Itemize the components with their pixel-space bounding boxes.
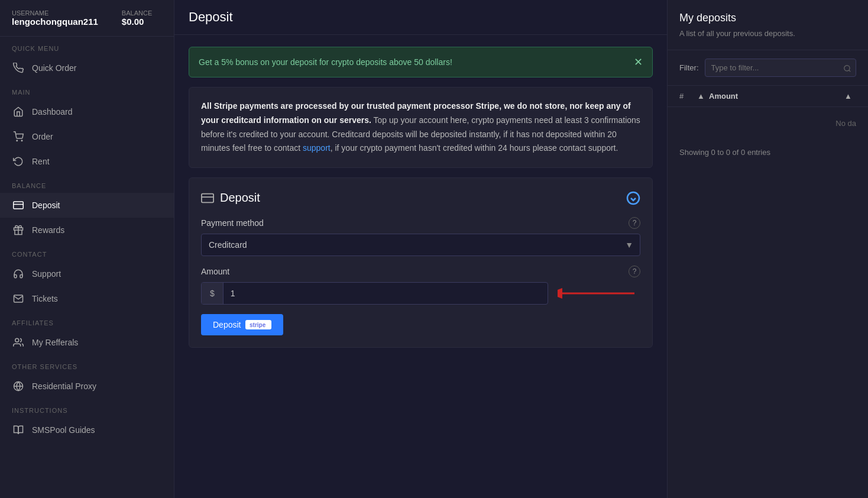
sidebar-item-label-referrals: My Refferals bbox=[32, 338, 78, 347]
headset-icon bbox=[12, 267, 25, 280]
no-data-text: No da bbox=[668, 107, 868, 140]
deposit-button[interactable]: Deposit stripe bbox=[201, 314, 283, 335]
home-icon bbox=[12, 105, 25, 118]
sidebar-item-deposit[interactable]: Deposit bbox=[0, 193, 174, 218]
right-panel: My deposits A list of all your previous … bbox=[667, 0, 868, 498]
deposit-section-title: Deposit bbox=[220, 191, 260, 205]
main-content: Deposit Get a 5% bonus on your deposit f… bbox=[174, 0, 667, 498]
sidebar: Username lengochongquan211 Balance $0.00… bbox=[0, 0, 174, 498]
book-icon bbox=[12, 423, 25, 436]
sidebar-header: Username lengochongquan211 Balance $0.00 bbox=[0, 0, 174, 37]
amount-label: Amount bbox=[201, 267, 229, 276]
table-header: # ▲ Amount ▲ bbox=[668, 86, 868, 107]
payment-method-help-icon[interactable]: ? bbox=[629, 217, 640, 229]
sidebar-item-label-dashboard: Dashboard bbox=[32, 107, 73, 117]
filter-input-wrapper bbox=[705, 59, 857, 77]
payment-method-label-row: Payment method ? bbox=[201, 217, 640, 229]
svg-point-11 bbox=[627, 192, 639, 204]
deposit-card: Deposit Payment method ? Creditcard Cryp… bbox=[189, 177, 653, 348]
payment-method-label: Payment method bbox=[201, 218, 264, 228]
sidebar-item-label-smspool-guides: SMSPool Guides bbox=[32, 425, 95, 435]
username-group: Username lengochongquan211 bbox=[12, 9, 98, 27]
sidebar-item-residential-proxy[interactable]: Residential Proxy bbox=[0, 374, 174, 399]
right-panel-header: My deposits A list of all your previous … bbox=[668, 0, 868, 50]
payment-method-select[interactable]: Creditcard Crypto bbox=[201, 234, 640, 256]
sidebar-item-label-rent: Rent bbox=[32, 157, 50, 166]
svg-text:stripe: stripe bbox=[250, 322, 266, 328]
search-icon bbox=[843, 63, 851, 72]
section-label-contact: CONTACT bbox=[0, 242, 174, 261]
section-label-main: MAIN bbox=[0, 80, 174, 99]
red-arrow-icon bbox=[558, 285, 640, 302]
payment-method-select-wrapper: Creditcard Crypto ▼ bbox=[201, 234, 640, 256]
balance-value: $0.00 bbox=[122, 17, 152, 27]
filter-row: Filter: bbox=[668, 50, 868, 86]
sidebar-item-label-residential-proxy: Residential Proxy bbox=[32, 381, 96, 391]
balance-group: Balance $0.00 bbox=[122, 9, 152, 27]
section-label-quick-menu: QUICK MENU bbox=[0, 37, 174, 56]
svg-rect-9 bbox=[202, 194, 213, 203]
my-deposits-subtitle: A list of all your previous deposits. bbox=[679, 29, 856, 38]
balance-label: Balance bbox=[122, 9, 152, 17]
deposit-card-header: Deposit bbox=[201, 190, 640, 205]
users-icon bbox=[12, 336, 25, 349]
sidebar-item-label-rewards: Rewards bbox=[32, 225, 64, 235]
section-label-instructions: INSTRUCTIONS bbox=[0, 399, 174, 418]
section-label-other: OTHER SERVICES bbox=[0, 355, 174, 374]
info-text-bold: All Stripe payments are processed by our… bbox=[201, 101, 631, 125]
section-label-affiliates: AFFILIATES bbox=[0, 311, 174, 330]
sidebar-item-rewards[interactable]: Rewards bbox=[0, 218, 174, 242]
cart-icon bbox=[12, 130, 25, 143]
col-amount: Amount bbox=[709, 92, 844, 101]
amount-label-row: Amount ? bbox=[201, 266, 640, 277]
alert-close-button[interactable]: ✕ bbox=[634, 56, 643, 69]
amount-row: Amount ? $ bbox=[201, 266, 640, 305]
stripe-logo: stripe bbox=[248, 321, 268, 329]
showing-entries-text: Showing 0 to 0 of 0 entries bbox=[668, 140, 868, 165]
svg-point-1 bbox=[21, 140, 22, 141]
username-label: Username bbox=[12, 9, 98, 17]
svg-point-15 bbox=[844, 65, 850, 70]
filter-label: Filter: bbox=[679, 63, 699, 72]
stripe-badge: stripe bbox=[245, 320, 271, 329]
page-header: Deposit bbox=[174, 0, 667, 35]
sidebar-item-smspool-guides[interactable]: SMSPool Guides bbox=[0, 418, 174, 442]
content-area: Get a 5% bonus on your deposit for crypt… bbox=[174, 35, 667, 498]
sidebar-item-order[interactable]: Order bbox=[0, 124, 174, 149]
svg-line-16 bbox=[849, 70, 851, 72]
my-deposits-title: My deposits bbox=[679, 12, 856, 24]
sidebar-item-tickets[interactable]: Tickets bbox=[0, 286, 174, 311]
sidebar-item-label-support: Support bbox=[32, 269, 61, 279]
filter-input[interactable] bbox=[705, 59, 857, 77]
sidebar-item-support[interactable]: Support bbox=[0, 261, 174, 286]
amount-prefix: $ bbox=[202, 283, 224, 304]
svg-point-6 bbox=[15, 338, 19, 342]
col-extra-icon: ▲ bbox=[844, 92, 856, 101]
support-link[interactable]: support bbox=[303, 143, 331, 153]
sidebar-item-label-quick-order: Quick Order bbox=[32, 63, 76, 73]
deposit-button-label: Deposit bbox=[213, 320, 241, 329]
sidebar-item-rent[interactable]: Rent bbox=[0, 149, 174, 174]
alert-text: Get a 5% bonus on your deposit for crypt… bbox=[199, 57, 452, 67]
deposit-collapse-button[interactable] bbox=[626, 190, 640, 205]
sidebar-item-referrals[interactable]: My Refferals bbox=[0, 330, 174, 355]
svg-point-0 bbox=[17, 140, 18, 141]
col-hash: # bbox=[679, 92, 697, 101]
col-sort-icon[interactable]: ▲ bbox=[697, 92, 709, 101]
phone-icon bbox=[12, 62, 25, 75]
alert-banner: Get a 5% bonus on your deposit for crypt… bbox=[189, 47, 653, 77]
info-text: All Stripe payments are processed by our… bbox=[201, 99, 640, 156]
credit-card-icon bbox=[12, 199, 25, 212]
deposit-title-icon bbox=[201, 190, 214, 205]
amount-help-icon[interactable]: ? bbox=[629, 266, 640, 277]
sidebar-item-dashboard[interactable]: Dashboard bbox=[0, 99, 174, 124]
sidebar-item-label-deposit: Deposit bbox=[32, 201, 60, 210]
sidebar-item-quick-order[interactable]: Quick Order bbox=[0, 56, 174, 80]
amount-input[interactable] bbox=[224, 283, 548, 304]
sidebar-item-label-order: Order bbox=[32, 132, 53, 141]
info-card: All Stripe payments are processed by our… bbox=[189, 87, 653, 168]
envelope-icon bbox=[12, 292, 25, 305]
refresh-icon bbox=[12, 155, 25, 168]
username-value: lengochongquan211 bbox=[12, 17, 98, 27]
svg-rect-2 bbox=[14, 202, 24, 209]
